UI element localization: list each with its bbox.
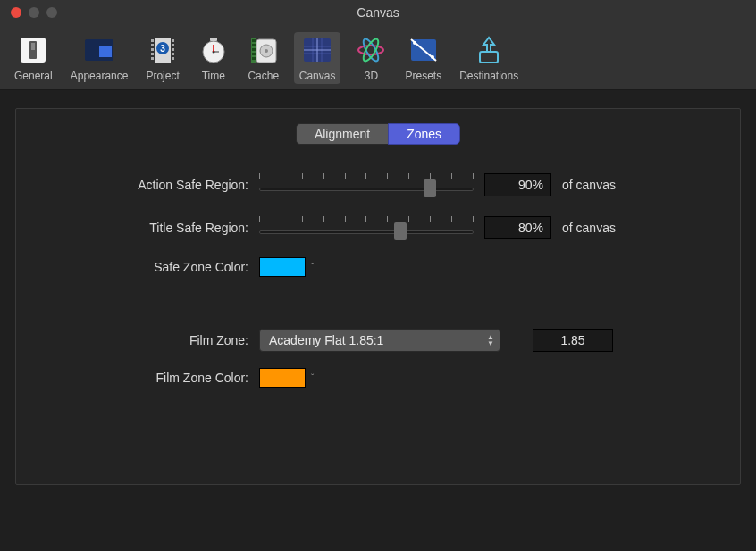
svg-text:3: 3 bbox=[160, 44, 165, 54]
3d-icon bbox=[355, 34, 387, 66]
titlebar: Canvas bbox=[0, 0, 756, 25]
toolbar-presets[interactable]: Presets bbox=[401, 32, 445, 84]
toolbar-label: Presets bbox=[405, 70, 441, 82]
action-safe-slider[interactable] bbox=[259, 171, 474, 198]
film-zone-ratio[interactable]: 1.85 bbox=[533, 329, 613, 352]
svg-rect-10 bbox=[151, 48, 154, 51]
svg-rect-4 bbox=[99, 46, 112, 57]
preferences-window: Canvas General Appearance 3 Project Time bbox=[0, 0, 756, 551]
title-safe-value[interactable]: 80% bbox=[484, 216, 551, 239]
chevron-down-icon[interactable]: ˇ bbox=[311, 373, 314, 383]
svg-rect-13 bbox=[172, 39, 174, 42]
toolbar-appearance[interactable]: Appearance bbox=[67, 32, 132, 84]
action-safe-label: Action Safe Region: bbox=[43, 178, 248, 192]
film-zone-color-label: Film Zone Color: bbox=[43, 371, 248, 385]
title-safe-row: Title Safe Region: 80% of canvas bbox=[43, 214, 713, 241]
presets-icon bbox=[407, 34, 440, 66]
toolbar-label: General bbox=[14, 70, 53, 82]
film-zone-value: Academy Flat 1.85:1 bbox=[269, 333, 383, 347]
film-zone-popup[interactable]: Academy Flat 1.85:1 ▲▼ bbox=[259, 329, 500, 352]
toolbar-time[interactable]: Time bbox=[194, 32, 233, 84]
film-zone-color-swatch[interactable] bbox=[259, 368, 306, 388]
svg-rect-17 bbox=[172, 57, 174, 60]
window-title: Canvas bbox=[357, 5, 399, 20]
safe-zone-color-row: Safe Zone Color: ˇ bbox=[43, 257, 713, 277]
chevron-down-icon[interactable]: ˇ bbox=[311, 263, 314, 272]
time-icon bbox=[197, 34, 230, 66]
svg-rect-29 bbox=[252, 39, 256, 42]
action-safe-value[interactable]: 90% bbox=[484, 173, 551, 196]
canvas-icon bbox=[301, 34, 333, 66]
toolbar-general[interactable]: General bbox=[11, 32, 56, 84]
cache-icon bbox=[248, 34, 280, 66]
svg-point-46 bbox=[413, 41, 416, 45]
toolbar-canvas[interactable]: Canvas bbox=[294, 32, 341, 84]
svg-point-41 bbox=[358, 46, 383, 54]
svg-rect-15 bbox=[172, 48, 174, 51]
svg-rect-33 bbox=[252, 57, 256, 60]
toolbar-label: 3D bbox=[365, 70, 378, 82]
film-zone-row: Film Zone: Academy Flat 1.85:1 ▲▼ 1.85 bbox=[43, 329, 713, 352]
safe-zone-color-swatch[interactable] bbox=[259, 257, 306, 277]
toolbar-label: Time bbox=[202, 70, 225, 82]
minimize-button[interactable] bbox=[29, 7, 39, 18]
toolbar-label: Destinations bbox=[459, 70, 518, 82]
tab-zones[interactable]: Zones bbox=[388, 123, 460, 145]
project-icon: 3 bbox=[147, 34, 179, 66]
title-safe-label: Title Safe Region: bbox=[43, 221, 248, 235]
toolbar-label: Appearance bbox=[71, 70, 129, 82]
traffic-lights bbox=[0, 7, 57, 18]
svg-rect-2 bbox=[31, 43, 35, 50]
safe-zone-color-label: Safe Zone Color: bbox=[43, 260, 248, 274]
of-canvas-label: of canvas bbox=[562, 221, 616, 235]
toolbar-label: Canvas bbox=[299, 70, 336, 82]
close-button[interactable] bbox=[11, 7, 21, 18]
toolbar-destinations[interactable]: Destinations bbox=[456, 32, 522, 84]
svg-rect-32 bbox=[252, 53, 256, 55]
svg-point-27 bbox=[265, 49, 268, 53]
toolbar-3d[interactable]: 3D bbox=[351, 32, 391, 84]
svg-rect-14 bbox=[172, 44, 174, 46]
svg-rect-31 bbox=[252, 48, 256, 51]
toolbar-cache[interactable]: Cache bbox=[244, 32, 283, 84]
toolbar-project[interactable]: 3 Project bbox=[142, 32, 182, 84]
svg-rect-8 bbox=[151, 39, 154, 42]
content-area: Alignment Zones Action Safe Region: 90% … bbox=[0, 90, 756, 551]
svg-rect-9 bbox=[151, 44, 154, 46]
svg-rect-30 bbox=[252, 44, 256, 46]
svg-rect-48 bbox=[480, 52, 498, 63]
svg-rect-12 bbox=[151, 57, 154, 60]
toolbar-label: Project bbox=[146, 70, 179, 82]
action-safe-row: Action Safe Region: 90% of canvas bbox=[43, 171, 713, 198]
svg-rect-21 bbox=[210, 38, 217, 41]
title-safe-slider[interactable] bbox=[259, 214, 474, 241]
svg-point-47 bbox=[431, 55, 434, 59]
general-icon bbox=[17, 34, 49, 66]
toolbar: General Appearance 3 Project Time Cache bbox=[0, 25, 756, 90]
film-zone-label: Film Zone: bbox=[43, 333, 248, 347]
tab-alignment[interactable]: Alignment bbox=[296, 123, 388, 145]
toolbar-label: Cache bbox=[248, 70, 279, 82]
appearance-icon bbox=[83, 34, 115, 66]
film-zone-color-row: Film Zone Color: ˇ bbox=[43, 368, 713, 388]
svg-rect-16 bbox=[172, 53, 174, 55]
of-canvas-label: of canvas bbox=[562, 178, 616, 192]
maximize-button[interactable] bbox=[46, 7, 57, 18]
tab-bar: Alignment Zones bbox=[43, 123, 713, 145]
destinations-icon bbox=[473, 34, 505, 66]
svg-rect-11 bbox=[151, 53, 154, 55]
settings-panel: Alignment Zones Action Safe Region: 90% … bbox=[15, 108, 741, 485]
popup-arrows-icon: ▲▼ bbox=[487, 335, 494, 346]
